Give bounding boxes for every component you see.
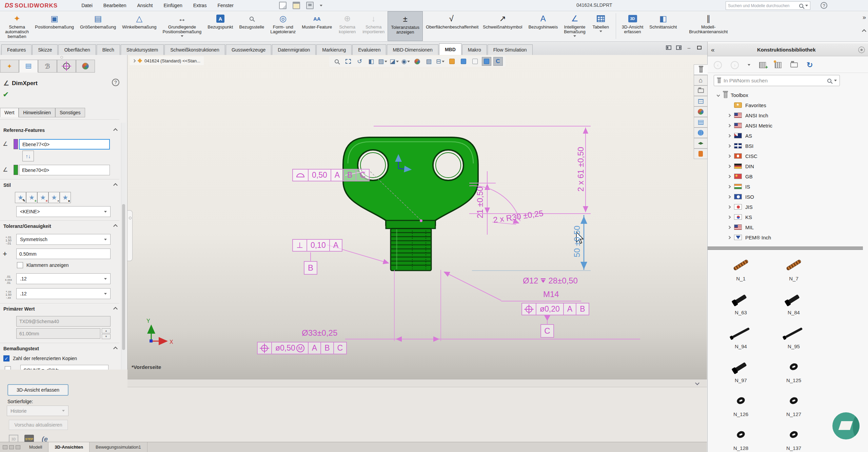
tree-item-is[interactable]: IS	[708, 181, 863, 192]
expander-icon[interactable]	[727, 225, 731, 229]
collapse-panel-icon[interactable]: «	[711, 46, 715, 54]
apply-scene-icon[interactable]: ▨	[424, 57, 434, 66]
open-document-icon[interactable]	[293, 2, 300, 9]
expander-icon[interactable]	[727, 215, 731, 219]
tab-flow-simulation[interactable]: Flow Simulation	[488, 44, 533, 55]
expander-icon[interactable]	[727, 124, 731, 127]
menu-bearbeiten[interactable]: Bearbeiten	[99, 1, 131, 9]
panel-grip-icon[interactable]	[60, 56, 63, 59]
menu-einfügen[interactable]: Einfügen	[159, 1, 187, 9]
search-dropdown-icon[interactable]	[834, 80, 837, 81]
add-style-button[interactable]: ★+	[26, 192, 37, 203]
collapse-chevron-icon[interactable]	[695, 381, 699, 385]
library-item-n-63[interactable]: N_63	[714, 287, 767, 320]
load-style-button[interactable]: ★●	[60, 192, 71, 203]
dimension-text-input[interactable]: COUNT = <DIM>	[20, 365, 108, 370]
window-pane-right-button[interactable]	[675, 44, 682, 51]
dropdown-arrow-icon[interactable]	[573, 35, 576, 37]
ribbon-button-schnittansicht[interactable]: ◧Schnittansicht	[646, 11, 680, 41]
history-dropdown-icon[interactable]	[748, 64, 750, 66]
library-item-n-84[interactable]: N_84	[767, 287, 820, 320]
wireframe-cube-icon[interactable]	[470, 57, 480, 66]
tab-skizze[interactable]: Skizze	[32, 44, 58, 55]
gear-icon[interactable]	[858, 46, 865, 53]
ribbon-button-tabellen[interactable]: Tabellen	[589, 11, 613, 41]
view-settings-icon[interactable]: ⊟	[436, 57, 445, 66]
section-view-icon[interactable]: ◧	[367, 57, 376, 66]
new-document-icon[interactable]	[279, 2, 287, 9]
feature1-input[interactable]: Ebene77<0>	[19, 139, 110, 150]
collapse-stil-icon[interactable]	[113, 183, 118, 188]
ribbon-button-schweißnahtsymbol[interactable]: ↗Schweißnahtsymbol	[480, 11, 525, 41]
weldment-box-icon[interactable]	[447, 57, 457, 66]
unit-precision-select[interactable]: .12	[16, 273, 111, 284]
library-item-n-137[interactable]: N_137	[767, 422, 820, 452]
tab-gusswerkzeuge[interactable]: Gusswerkzeuge	[226, 44, 271, 55]
dimxpert-cube-icon[interactable]	[459, 57, 468, 66]
dimension-33[interactable]: Ø33±0,25	[302, 328, 337, 338]
tree-item-gb[interactable]: GB	[708, 171, 863, 181]
tolerance-type-select[interactable]: Symmetrisch	[16, 234, 111, 245]
taskpane-tab-solidworks-resources[interactable]	[694, 127, 707, 138]
property-manager-scrollbar[interactable]	[121, 123, 126, 370]
window-pane-left-button[interactable]	[665, 44, 672, 51]
tree-item-toolbox[interactable]: Toolbox	[708, 90, 863, 100]
tree-item-mil[interactable]: MIL	[708, 222, 863, 232]
expander-icon[interactable]	[727, 114, 731, 117]
expander-icon[interactable]	[727, 195, 731, 198]
ribbon-button-größenbemaßung[interactable]: ▤Größenbemaßung	[77, 11, 119, 41]
library-item-n-128[interactable]: N_128	[714, 422, 767, 452]
mbd-3d-views-icon[interactable]	[482, 57, 491, 66]
document-tab-arrow-icon[interactable]	[133, 59, 136, 62]
spinner-up-icon[interactable]: ▲	[102, 328, 111, 333]
update-preview-button[interactable]: Vorschau aktualisieren	[9, 420, 68, 430]
taskpane-tab-design-library[interactable]	[694, 64, 708, 75]
search-icon[interactable]	[827, 79, 831, 83]
ribbon-button-bezugshinweis[interactable]: ABezugshinweis	[525, 11, 561, 41]
tab-mbd[interactable]: MBD	[439, 43, 461, 55]
apply-default-style-button[interactable]: ★✎	[15, 192, 26, 203]
klammern-checkbox[interactable]	[17, 262, 23, 268]
panel-collapse-handle[interactable]	[127, 210, 133, 261]
save-icon[interactable]	[306, 2, 314, 9]
window-restore-button[interactable]	[696, 44, 703, 51]
tree-item-jis[interactable]: JIS	[708, 202, 863, 212]
taskpane-tab-marker[interactable]	[694, 149, 707, 159]
search-icon[interactable]	[799, 4, 803, 8]
tree-item-favorites[interactable]: Favorites	[708, 100, 863, 110]
menu-fenster[interactable]: Fenster	[213, 1, 238, 9]
tab-oberflächen[interactable]: Oberflächen	[58, 44, 96, 55]
hide-show-items-icon[interactable]: ◉	[401, 57, 411, 66]
viewport-collapse-bar[interactable]	[127, 379, 707, 387]
view-orientation-icon[interactable]: ▧	[378, 57, 388, 66]
taskpane-tab-appearances[interactable]	[694, 106, 707, 117]
dynamic-annotation-views-icon[interactable]: C	[493, 57, 503, 66]
dropdown-arrow-icon[interactable]	[442, 61, 445, 62]
expander-icon[interactable]	[727, 236, 731, 239]
dimxpert-tab-sonstiges[interactable]: Sonstiges	[55, 108, 85, 117]
expander-icon[interactable]	[727, 164, 731, 168]
tab-featuremanager[interactable]: ✦	[0, 60, 19, 73]
expander-icon[interactable]	[727, 144, 731, 148]
split-pane-icon[interactable]	[3, 445, 7, 449]
bottom-tab-modell[interactable]: Modell	[23, 442, 48, 452]
dropdown-arrow-icon[interactable]	[407, 61, 410, 62]
tab-makro[interactable]: Makro	[462, 44, 487, 55]
taskpane-tab-home[interactable]	[694, 75, 707, 85]
ribbon-button-modell-bruchkantenansicht[interactable]: ∥Modell-Bruchkantenansicht	[680, 11, 737, 41]
save-style-button[interactable]: ★▪	[48, 192, 60, 203]
tolerance-value-input[interactable]: 0.50mm	[16, 249, 111, 259]
tree-item-ks[interactable]: KS	[708, 212, 863, 222]
help-icon[interactable]: ?	[112, 79, 119, 86]
tree-item-ansi-metric[interactable]: ANSI Metric	[708, 120, 863, 131]
library-item-n-125[interactable]: N_125	[767, 354, 820, 388]
expander-icon[interactable]	[727, 185, 731, 188]
ribbon-button-bezugspunkt[interactable]: ABezugspunkt	[204, 11, 236, 41]
ribbon-button-toleranzstatus-anzeigen[interactable]: ±Toleranzstatus anzeigen	[388, 11, 423, 41]
sort-order-select[interactable]: Historie	[7, 406, 68, 416]
collapse-toleranz-icon[interactable]	[113, 224, 118, 229]
refresh-button[interactable]: ↻	[807, 61, 813, 70]
ribbon-button-3d-ansicht-erfassen[interactable]: 3D3D-Ansicht erfassen	[619, 11, 647, 41]
tab-features[interactable]: Features	[1, 44, 32, 55]
tree-item-ansi-inch[interactable]: ANSI Inch	[708, 110, 863, 120]
